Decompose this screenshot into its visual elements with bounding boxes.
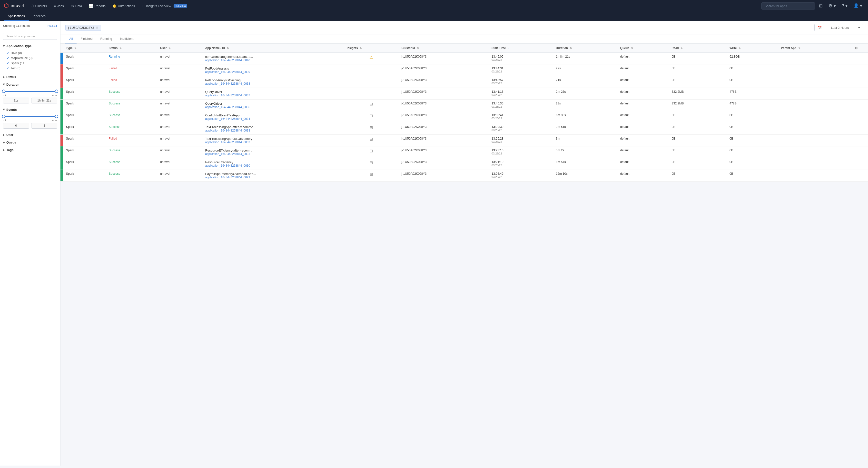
- duration-thumb-min[interactable]: [2, 90, 5, 93]
- table-row[interactable]: SparkSuccessunravelTaxProcessingApp-afte…: [60, 123, 868, 135]
- apps-grid-button[interactable]: ⊞: [817, 2, 825, 9]
- duration-filter-header[interactable]: ▶ Duration: [3, 81, 57, 88]
- search-input[interactable]: [762, 2, 815, 9]
- cell-app-name[interactable]: QueryDriverapplication_1648448258844_003…: [202, 88, 344, 99]
- app-id-link[interactable]: application_1648448258844_0032: [205, 141, 341, 144]
- remove-filter-button[interactable]: ✕: [96, 26, 98, 29]
- cell-user: unravel: [157, 158, 203, 170]
- app-id-link[interactable]: application_1648448258844_0036: [205, 106, 341, 109]
- duration-column-header[interactable]: Duration ⇅: [553, 44, 617, 53]
- cell-app-name[interactable]: PayrollApp-memoryOverhead-afte...applica…: [202, 170, 344, 181]
- tags-filter-header[interactable]: ▶ Tags: [3, 147, 57, 153]
- read-column-header[interactable]: Read ⇅: [669, 44, 726, 53]
- table-row[interactable]: SparkSuccessunravelResourceEfficiency-af…: [60, 146, 868, 158]
- table-row[interactable]: SparkSuccessunravelConfigHintEventTestAp…: [60, 111, 868, 123]
- cell-write: 478B: [726, 99, 778, 111]
- table-row[interactable]: SparkSuccessunravelQueryDriverapplicatio…: [60, 88, 868, 99]
- nav-jobs[interactable]: ≡ Jobs: [51, 2, 67, 9]
- date-filter-selector[interactable]: 📅 Last 2 Hours ▾: [814, 24, 863, 31]
- queue-filter-header[interactable]: ▶ Queue: [3, 139, 57, 146]
- nav-clusters[interactable]: ⬡ Clusters: [28, 2, 50, 9]
- tab-running[interactable]: Running: [97, 34, 116, 43]
- table-row[interactable]: SparkFailedunravelPetFoodAnalysisCaching…: [60, 76, 868, 88]
- events-max-value[interactable]: 3: [31, 123, 58, 128]
- cell-cluster: j-1U50A02K0J8Y3: [399, 170, 489, 181]
- events-thumb-max[interactable]: [55, 115, 58, 118]
- cell-app-name[interactable]: QueryDriverapplication_1648448258844_003…: [202, 99, 344, 111]
- nav-insights[interactable]: ⊡ Insights Overview PREVIEW: [139, 2, 190, 9]
- cell-app-name[interactable]: ResourceEfficiency-after-recom...applica…: [202, 146, 344, 158]
- table-row[interactable]: SparkFailedunravelTaxProcessingApp-OutOf…: [60, 135, 868, 146]
- cell-app-name[interactable]: com.workloadgenerator.spark.te...applica…: [202, 53, 344, 64]
- cell-write: 0B: [726, 76, 778, 88]
- events-min-value[interactable]: 0: [3, 123, 29, 128]
- settings-column-header[interactable]: ⚙: [844, 44, 868, 53]
- cell-user: unravel: [157, 76, 203, 88]
- queue-column-header[interactable]: Queue ⇅: [617, 44, 669, 53]
- settings-button[interactable]: ⚙ ▾: [827, 2, 838, 9]
- app-id-link[interactable]: application_1648448258844_0029: [205, 176, 341, 179]
- nav-reports[interactable]: 📊 Reports: [86, 2, 108, 9]
- filter-option-mapreduce[interactable]: ✓ MapReduce (0): [7, 55, 57, 60]
- app-id-link[interactable]: application_1648448258844_0030: [205, 164, 341, 167]
- nav-autoactions[interactable]: 🔔 AutoActions: [110, 2, 138, 9]
- status-filter-header[interactable]: ▶ Status: [3, 74, 57, 80]
- duration-max-value[interactable]: 1h 8m 21s: [31, 97, 58, 104]
- appname-column-header[interactable]: App Name / ID ⇅: [202, 44, 344, 53]
- cell-read: 0B: [669, 123, 726, 135]
- cell-app-name[interactable]: TaxProcessingApp-after-recomme...applica…: [202, 123, 344, 135]
- app-logo[interactable]: ⬡ unravel: [4, 3, 24, 9]
- events-range-labels: min max: [3, 119, 57, 122]
- table-row[interactable]: SparkSuccessunravelPayrollApp-memoryOver…: [60, 170, 868, 181]
- help-button[interactable]: ? ▾: [840, 2, 849, 9]
- filter-option-tez[interactable]: ✓ Tez (0): [7, 66, 57, 71]
- tab-pipelines[interactable]: Pipelines: [29, 12, 50, 21]
- user-button[interactable]: 👤 ▾: [851, 2, 864, 9]
- cell-app-name[interactable]: ResourceEffeciencyapplication_1648448258…: [202, 158, 344, 170]
- app-id-link[interactable]: application_1648448258844_0040: [205, 59, 341, 62]
- table-row[interactable]: SparkRunningunravelcom.workloadgenerator…: [60, 53, 868, 64]
- user-filter-header[interactable]: ▶ User: [3, 131, 57, 138]
- app-id-link[interactable]: application_1648448258844_0031: [205, 152, 341, 156]
- filter-option-spark[interactable]: ✓ Spark (11): [7, 60, 57, 66]
- start-time-secondary: 03/28/22: [492, 93, 550, 96]
- tab-inefficient[interactable]: Inefficient: [116, 34, 137, 43]
- insights-column-header[interactable]: Insights ⇅: [344, 44, 399, 53]
- tab-all[interactable]: All: [65, 34, 76, 43]
- duration-thumb-max[interactable]: [55, 90, 58, 93]
- cell-app-name[interactable]: ConfigHintEventTestAppapplication_164844…: [202, 111, 344, 123]
- app-id-link[interactable]: application_1648448258844_0037: [205, 94, 341, 97]
- application-type-header[interactable]: ▶ Application Type: [3, 43, 57, 49]
- events-thumb-min[interactable]: [2, 115, 5, 118]
- table-row[interactable]: SparkFailedunravelPetFoodAnalysisapplica…: [60, 64, 868, 76]
- table-row[interactable]: SparkSuccessunravelResourceEffeciencyapp…: [60, 158, 868, 170]
- filter-option-hive[interactable]: ✓ Hive (0): [7, 50, 57, 55]
- cell-write: 52.3GB: [726, 53, 778, 64]
- chevron-right-icon: ▶: [3, 141, 5, 144]
- row-indicator: [60, 135, 63, 146]
- app-id-link[interactable]: application_1648448258844_0034: [205, 117, 341, 120]
- cell-app-name[interactable]: PetFoodAnalysisCachingapplication_164844…: [202, 76, 344, 88]
- nav-data[interactable]: ▭ Data: [68, 2, 85, 9]
- app-id-link[interactable]: application_1648448258844_0039: [205, 70, 341, 74]
- app-name-search[interactable]: [3, 33, 57, 40]
- reset-button[interactable]: RESET: [48, 24, 57, 28]
- app-id-link[interactable]: application_1648448258844_0033: [205, 129, 341, 132]
- duration-min-value[interactable]: 21s: [3, 97, 29, 104]
- tab-finished[interactable]: Finished: [76, 34, 96, 43]
- tab-applications[interactable]: Applications: [4, 12, 29, 21]
- write-column-header[interactable]: Write ⇅: [726, 44, 778, 53]
- type-column-header[interactable]: Type ⇅: [63, 44, 106, 53]
- events-filter-header[interactable]: ▶ Events: [3, 107, 57, 113]
- table-row[interactable]: SparkSuccessunravelQueryDriverapplicatio…: [60, 99, 868, 111]
- cell-app-name[interactable]: PetFoodAnalysisapplication_1648448258844…: [202, 64, 344, 76]
- cell-app-name[interactable]: TaxProcessingApp-OutOfMemoryapplication_…: [202, 135, 344, 146]
- cluster-column-header[interactable]: Cluster Id ⇅: [399, 44, 489, 53]
- settings-icon[interactable]: ⚙: [855, 46, 858, 50]
- parentapp-column-header[interactable]: Parent App ⇅: [778, 44, 844, 53]
- user-column-header[interactable]: User ⇅: [157, 44, 203, 53]
- status-column-header[interactable]: Status ⇅: [106, 44, 157, 53]
- app-id-link[interactable]: application_1648448258844_0038: [205, 82, 341, 85]
- starttime-column-header[interactable]: Start Time ↓: [489, 44, 553, 53]
- row-indicator: [60, 146, 63, 158]
